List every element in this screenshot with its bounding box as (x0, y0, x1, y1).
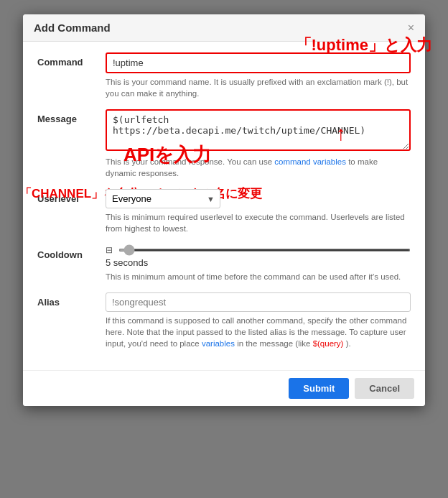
alias-help-code: $(query) (313, 339, 344, 348)
cooldown-value: 5 seconds (106, 257, 411, 268)
cancel-button[interactable]: Cancel (355, 378, 414, 399)
alias-group: Alias If this command is supposed to cal… (37, 292, 411, 349)
command-group: Command This is your command name. It is… (37, 52, 411, 99)
modal-header: Add Command × (23, 14, 425, 42)
cooldown-range-wrap: ⊟ (106, 245, 411, 255)
command-variables-link[interactable]: command variables (274, 157, 346, 166)
cooldown-field-wrap: ⊟ 5 seconds This is minimum amount of ti… (106, 245, 411, 282)
submit-button[interactable]: Submit (289, 378, 349, 399)
cooldown-group: Cooldown ⊟ 5 seconds This is minimum amo… (37, 245, 411, 282)
command-help: This is your command name. It is usually… (106, 76, 411, 99)
add-command-modal: Add Command × Command This is your comma… (23, 14, 425, 406)
modal-footer: Submit Cancel (23, 370, 425, 406)
cooldown-label: Cooldown (37, 245, 106, 260)
message-help: This is your command response. You can u… (106, 156, 411, 179)
variables-link[interactable]: variables (202, 339, 235, 348)
message-group: Message This is your command response. Y… (37, 109, 411, 179)
alias-field-wrap: If this command is supposed to call anot… (106, 292, 411, 349)
modal-body: Command This is your command name. It is… (23, 42, 425, 370)
alias-label: Alias (37, 292, 106, 308)
message-label: Message (37, 109, 106, 124)
alias-help-part3: ). (343, 339, 350, 348)
command-field-wrap: This is your command name. It is usually… (106, 52, 411, 99)
command-label: Command (37, 52, 106, 68)
close-button[interactable]: × (408, 22, 414, 34)
command-input[interactable] (106, 52, 411, 73)
userlevel-select-wrap: Everyone Subscriber VIP Moderator Editor… (106, 189, 220, 208)
userlevel-select[interactable]: Everyone Subscriber VIP Moderator Editor… (106, 189, 220, 208)
alias-input[interactable] (106, 292, 411, 312)
range-min-icon: ⊟ (106, 245, 113, 255)
userlevel-group: Userlevel Everyone Subscriber VIP Modera… (37, 189, 411, 234)
message-textarea[interactable] (106, 109, 411, 151)
userlevel-help: This is minimum required userlevel to ex… (106, 211, 411, 234)
message-field-wrap: This is your command response. You can u… (106, 109, 411, 179)
alias-help-part2: in the message (like (235, 339, 313, 348)
message-help-prefix: This is your command response. You can u… (106, 157, 274, 166)
userlevel-field-wrap: Everyone Subscriber VIP Moderator Editor… (106, 189, 411, 234)
cooldown-help: This is minimum amount of time before th… (106, 271, 411, 282)
modal-title: Add Command (34, 22, 111, 34)
alias-help: If this command is supposed to call anot… (106, 315, 411, 349)
cooldown-slider[interactable] (118, 249, 411, 252)
userlevel-label: Userlevel (37, 189, 106, 204)
